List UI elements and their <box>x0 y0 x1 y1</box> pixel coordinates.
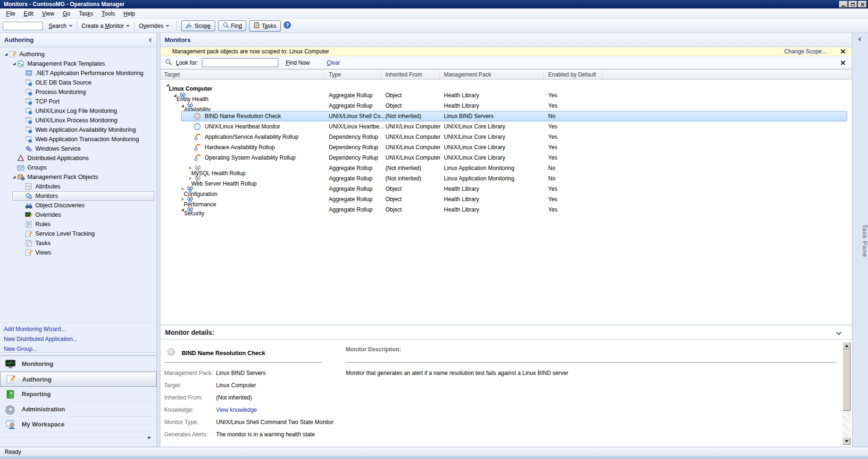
monitor-row-web-server-health-rollup[interactable]: Web Server Health RollupAggregate Rollup… <box>160 173 852 184</box>
tree-item-groups[interactable]: Groups <box>0 163 157 172</box>
column-header-type[interactable]: Type <box>329 69 341 80</box>
tree-item-rules[interactable]: Rules <box>0 220 157 229</box>
tree-expander-icon[interactable] <box>3 53 9 56</box>
column-separator[interactable] <box>381 70 381 79</box>
row-expander-icon[interactable]: Linux Computer <box>164 84 171 86</box>
column-separator[interactable] <box>602 70 602 79</box>
column-separator[interactable] <box>543 70 544 79</box>
tree-item-unix-linux-process-monitoring[interactable]: UNIX/Linux Process Monitoring <box>0 116 157 125</box>
toolbar-scope-button[interactable]: Scope <box>181 20 215 31</box>
help-icon[interactable]: ? <box>284 21 291 30</box>
column-header-inherited-from[interactable]: Inherited From <box>385 69 422 80</box>
tree-item-overrides[interactable]: Overrides <box>0 210 157 220</box>
link-new-distributed-application[interactable]: New Distributed Application... <box>4 334 153 344</box>
close-look-for-icon[interactable] <box>840 60 846 66</box>
tree-item-attributes[interactable]: Attributes <box>0 182 157 191</box>
monitor-row-unix-linux-heartbeat-monitor[interactable]: UNIX/Linux Heartbeat MonitorUNIX/Linux H… <box>160 121 852 132</box>
toolbar-overrides-dropdown[interactable]: Overrides <box>136 22 172 30</box>
row-expander-icon[interactable]: Configuration <box>179 187 186 191</box>
column-separator[interactable] <box>324 70 325 79</box>
toolbar-find-button[interactable]: Find <box>218 20 246 31</box>
tree-item-web-application-availability-monitoring[interactable]: Web Application Availability Monitoring <box>0 125 157 135</box>
nav-monitoring[interactable]: Monitoring <box>0 357 157 372</box>
menu-help[interactable]: Help <box>119 9 140 18</box>
monitor-row-entity-health[interactable]: Entity HealthAggregate RollupObjectHealt… <box>160 90 852 101</box>
tree-item-net-application-performance-monitoring[interactable]: .NET Application Performance Monitoring <box>0 68 157 78</box>
row-expander-icon[interactable]: Availability <box>179 104 186 107</box>
tree-expander-icon[interactable] <box>11 176 17 178</box>
tree-item-web-application-transaction-monitoring[interactable]: Web Application Transaction Monitoring <box>0 135 157 144</box>
find-now-button[interactable]: Find Now <box>286 60 310 66</box>
task-pane-strip[interactable]: Task Pane <box>852 33 868 447</box>
monitor-row-configuration[interactable]: ConfigurationAggregate RollupObjectHealt… <box>160 184 852 194</box>
change-scope-link[interactable]: Change Scope... <box>785 48 826 55</box>
close-scope-bar-icon[interactable] <box>840 48 846 55</box>
menu-edit[interactable]: Edit <box>19 9 38 18</box>
row-expander-icon[interactable]: Web Server Health Rollup <box>187 177 193 180</box>
configure-buttons-icon[interactable] <box>147 437 151 439</box>
scroll-up-icon[interactable] <box>843 342 851 349</box>
toolbar-search-dropdown[interactable]: Search <box>46 22 75 30</box>
tree-expander-icon[interactable] <box>11 62 17 65</box>
column-separator[interactable] <box>439 70 440 79</box>
tree-item-process-monitoring[interactable]: Process Monitoring <box>0 87 157 97</box>
menu-tasks[interactable]: Tasks <box>75 9 98 18</box>
tree-item-views[interactable]: Views <box>0 248 157 257</box>
close-button[interactable] <box>858 1 867 8</box>
tree-item-management-pack-templates[interactable]: Management Pack Templates <box>0 59 157 68</box>
row-expander-icon[interactable]: Security <box>179 208 186 211</box>
collapse-details-icon[interactable] <box>836 330 841 335</box>
tree-item-service-level-tracking[interactable]: Service Level Tracking <box>0 229 157 238</box>
link-add-monitoring-wizard[interactable]: Add Monitoring Wizard... <box>4 324 153 334</box>
clear-button[interactable]: Clear <box>326 60 340 66</box>
nav-reporting[interactable]: Reporting <box>0 387 157 402</box>
toolbar-create-a-monitor-dropdown[interactable]: Create a Monitor <box>79 22 133 30</box>
look-for-input[interactable] <box>202 58 278 67</box>
expand-task-pane-icon[interactable] <box>858 37 862 41</box>
scrollbar-thumb[interactable] <box>843 349 851 411</box>
tree-item-windows-service[interactable]: Windows Service <box>0 144 157 153</box>
collapse-pane-icon[interactable] <box>149 38 153 42</box>
menu-tools[interactable]: Tools <box>98 9 119 18</box>
scroll-down-icon[interactable] <box>843 437 851 445</box>
tree-item-tcp-port[interactable]: TCP Port <box>0 97 157 106</box>
monitor-row-hardware-availability-rollup[interactable]: Hardware Availability RollupDependency R… <box>160 142 852 153</box>
field-value-link[interactable]: View knowledge <box>216 407 339 419</box>
vertical-splitter[interactable] <box>157 33 160 447</box>
monitor-row-performance[interactable]: PerformanceAggregate RollupObjectHealth … <box>160 194 852 204</box>
tree-item-monitors[interactable]: Monitors <box>0 191 157 201</box>
details-scrollbar[interactable] <box>843 342 851 445</box>
monitor-row-operating-system-availability-rollup[interactable]: Operating System Availability RollupDepe… <box>160 153 852 163</box>
menu-view[interactable]: View <box>38 9 58 18</box>
monitor-row-bind-name-resolution-check[interactable]: BIND Name Resolution CheckUNIX/Linux She… <box>160 111 852 121</box>
nav-administration[interactable]: Administration <box>0 402 157 417</box>
nav-authoring[interactable]: Authoring <box>0 372 157 387</box>
restore-button[interactable] <box>849 1 857 8</box>
monitor-row-availability[interactable]: AvailabilityAggregate RollupObjectHealth… <box>160 101 852 111</box>
column-header-enabled-by-default[interactable]: Enabled by Default <box>548 69 596 80</box>
menu-file[interactable]: File <box>2 9 19 18</box>
monitor-row-application-service-availability-rollup[interactable]: Application/Service Availability RollupD… <box>160 132 852 142</box>
toolbar-search-input[interactable] <box>3 22 43 30</box>
tree-item-tasks[interactable]: Tasks <box>0 238 157 248</box>
menu-go[interactable]: Go <box>58 9 75 18</box>
row-expander-icon[interactable]: MySQL Health Rollup <box>187 166 193 170</box>
tree-item-unix-linux-log-file-monitoring[interactable]: UNIX/Linux Log File Monitoring <box>0 106 157 116</box>
column-header-target[interactable]: Target <box>164 69 180 80</box>
tree-item-distributed-applications[interactable]: Distributed Applications <box>0 153 157 163</box>
nav-splitter[interactable] <box>0 352 157 356</box>
tree-item-management-pack-objects[interactable]: Management Pack Objects <box>0 172 157 182</box>
monitor-row-security[interactable]: SecurityAggregate RollupObjectHealth Lib… <box>160 204 852 215</box>
row-expander-icon[interactable]: Performance <box>179 197 186 201</box>
tree-item-object-discoveries[interactable]: Object Discoveries <box>0 201 157 210</box>
target-label: Hardware Availability Rollup <box>205 142 275 153</box>
tree-item-ole-db-data-source[interactable]: OLE DB Data Source <box>0 78 157 87</box>
monitor-row-mysql-health-rollup[interactable]: MySQL Health RollupAggregate Rollup(Not … <box>160 163 852 173</box>
monitor-row-linux-computer[interactable]: Linux Computer <box>160 80 852 90</box>
minimize-button[interactable] <box>839 1 848 8</box>
nav-my-workspace[interactable]: My Workspace <box>0 417 157 432</box>
tree-item-authoring[interactable]: Authoring <box>0 50 157 59</box>
row-expander-icon[interactable]: Entity Health <box>172 94 178 97</box>
toolbar-tasks-button[interactable]: Tasks <box>249 20 281 32</box>
column-header-management-pack[interactable]: Management Pack <box>444 69 491 80</box>
